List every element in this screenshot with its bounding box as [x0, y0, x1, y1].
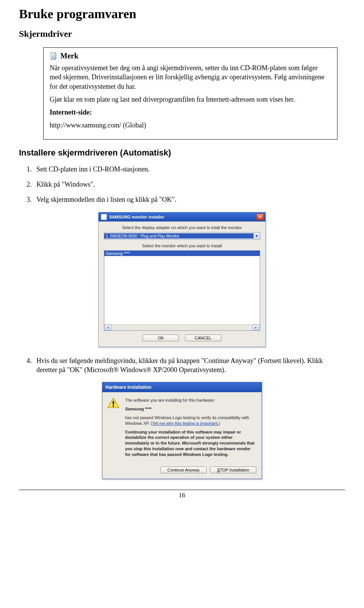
hw-line-1: The software you are installing for this…: [125, 397, 256, 403]
page-subtitle: Skjermdriver: [19, 29, 345, 39]
installer-dialog: SAMSUNG monitor installer ✕ Select the d…: [98, 212, 266, 347]
note-label: Merk: [60, 52, 78, 60]
note-icon: [50, 52, 58, 60]
stop-rest: TOP Installation: [220, 468, 249, 472]
note-text-2: Gjør klar en tom plate og last ned drive…: [50, 95, 331, 104]
note-site-label: Internett-side:: [50, 108, 331, 117]
installer-titlebar: SAMSUNG monitor installer ✕: [99, 212, 265, 222]
app-icon: [101, 214, 107, 220]
section-heading: Installere skjermdriveren (Automatisk): [19, 148, 345, 158]
stop-installation-button[interactable]: STOP Installation: [210, 467, 256, 473]
installer-title: SAMSUNG monitor installer: [109, 215, 164, 219]
hw-device: Samsung ****: [125, 406, 256, 412]
hw-line-2: has not passed Windows Logo testing to v…: [125, 415, 256, 426]
monitor-list-item[interactable]: Samsung ****: [104, 251, 260, 256]
svg-rect-0: [113, 401, 114, 404]
horizontal-scrollbar[interactable]: ◂ ▸: [104, 324, 260, 330]
page-footer: 16: [19, 490, 345, 499]
installer-instruction-1: Select the display adapter on which you …: [104, 225, 260, 230]
adapter-selected: 1. RADEON 9550 : Plug and Play Monitor: [104, 233, 253, 239]
page-title: Bruke programvaren: [19, 7, 345, 21]
installer-instruction-2: Select the monitor which you want to ins…: [104, 244, 260, 248]
note-text-1: Når operativsystemet ber deg om å angi s…: [50, 63, 331, 91]
close-icon[interactable]: ✕: [256, 214, 264, 220]
adapter-select[interactable]: 1. RADEON 9550 : Plug and Play Monitor ▼: [104, 232, 260, 240]
hardware-titlebar: Hardware Installation: [102, 382, 262, 392]
hardware-title: Hardware Installation: [105, 385, 151, 390]
cancel-button[interactable]: CANCEL: [185, 335, 221, 341]
page-number: 16: [179, 492, 185, 499]
step-1: Sett CD-platen inn i CD-ROM-stasjonen.: [33, 165, 345, 174]
continue-anyway-button[interactable]: Continue Anyway: [160, 467, 207, 473]
step-4: Hvis du ser følgende meldingsvindu, klik…: [33, 356, 345, 375]
warning-icon: [107, 397, 120, 409]
scroll-right-icon[interactable]: ▸: [253, 325, 259, 330]
hardware-dialog: Hardware Installation The software you a…: [102, 382, 262, 479]
monitor-list[interactable]: Samsung **** ◂ ▸: [104, 250, 260, 331]
svg-rect-1: [113, 405, 114, 407]
hw-link[interactable]: Tell me why this testing is important.: [152, 421, 219, 426]
scroll-left-icon[interactable]: ◂: [105, 325, 111, 330]
hw-line-2b: ): [219, 421, 220, 426]
hw-bold-paragraph: Continuing your installation of this sof…: [125, 429, 256, 457]
chevron-down-icon[interactable]: ▼: [253, 233, 260, 239]
step-2: Klikk på "Windows".: [33, 180, 345, 189]
ok-button[interactable]: OK: [143, 335, 179, 341]
step-3: Velg skjermmodellen din i listen og klik…: [33, 195, 345, 204]
note-box: Merk Når operativsystemet ber deg om å a…: [43, 47, 337, 140]
note-url: http://www.samsung.com/ (Global): [50, 121, 331, 130]
